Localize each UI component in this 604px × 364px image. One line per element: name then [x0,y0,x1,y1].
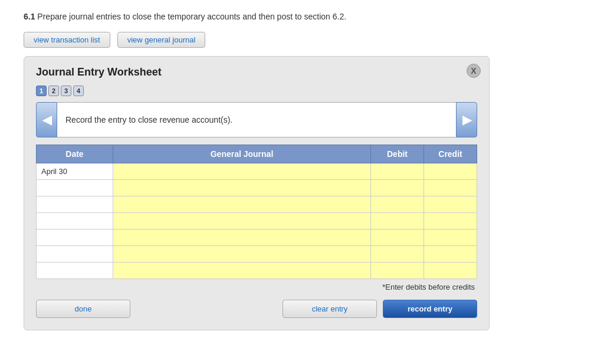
close-button[interactable]: X [467,64,481,78]
debit-cell-4[interactable] [371,213,424,229]
footnote: *Enter debits before credits [36,283,477,291]
col-debit: Debit [371,145,424,163]
gj-input-5[interactable] [113,229,370,245]
done-button-container: done [36,300,130,318]
table-row [37,196,477,213]
date-cell-7 [37,263,113,279]
top-buttons-row: view transaction list view general journ… [24,32,580,48]
debit-input-2[interactable] [371,180,424,196]
view-general-journal-button[interactable]: view general journal [117,32,206,48]
date-cell-3 [37,196,113,213]
debit-cell-3[interactable] [371,196,424,213]
debit-cell-5[interactable] [371,229,424,246]
table-row [37,180,477,196]
credit-cell-2[interactable] [424,180,477,196]
gj-input-4[interactable] [113,213,370,229]
credit-cell-7[interactable] [424,263,477,279]
date-cell-5 [37,229,113,246]
worksheet-title: Journal Entry Worksheet [36,66,477,78]
credit-input-1[interactable] [424,163,477,179]
table-row [37,263,477,279]
credit-cell-6[interactable] [424,246,477,263]
debit-input-4[interactable] [371,213,424,229]
step-2[interactable]: 2 [48,86,59,96]
credit-input-5[interactable] [424,229,477,245]
credit-input-7[interactable] [424,263,477,278]
credit-cell-4[interactable] [424,213,477,229]
gj-cell-6[interactable] [113,246,371,263]
section-description: Prepare journal entries to close the tem… [37,12,346,21]
gj-input-7[interactable] [113,263,370,278]
debit-cell-2[interactable] [371,180,424,196]
journal-entry-worksheet: Journal Entry Worksheet X 1 2 3 4 ◀ Reco… [24,56,490,330]
bottom-buttons: done clear entry record entry [36,300,477,318]
step-4[interactable]: 4 [73,86,84,96]
debit-input-1[interactable] [371,163,424,179]
debit-input-5[interactable] [371,229,424,245]
debit-input-7[interactable] [371,263,424,278]
credit-cell-3[interactable] [424,196,477,213]
gj-cell-3[interactable] [113,196,371,213]
credit-input-6[interactable] [424,246,477,262]
table-row: April 30 [37,163,477,180]
credit-cell-5[interactable] [424,229,477,246]
gj-input-6[interactable] [113,246,370,262]
prev-button[interactable]: ◀ [36,102,57,137]
gj-cell-2[interactable] [113,180,371,196]
gj-input-1[interactable] [113,163,370,179]
credit-input-2[interactable] [424,180,477,196]
debit-input-6[interactable] [371,246,424,262]
navigation-row: ◀ Record the entry to close revenue acco… [36,102,477,137]
col-date: Date [37,145,113,163]
done-button[interactable]: done [36,300,130,318]
step-indicators: 1 2 3 4 [36,86,477,96]
debit-cell-1[interactable] [371,163,424,180]
step-1[interactable]: 1 [36,86,47,96]
date-cell-1: April 30 [37,163,113,180]
gj-cell-1[interactable] [113,163,371,180]
table-row [37,213,477,229]
credit-input-3[interactable] [424,196,477,212]
debit-input-3[interactable] [371,196,424,212]
clear-entry-button[interactable]: clear entry [283,300,377,318]
date-cell-2 [37,180,113,196]
view-transaction-list-button[interactable]: view transaction list [24,32,110,48]
date-cell-6 [37,246,113,263]
step-3[interactable]: 3 [61,86,71,96]
date-cell-4 [37,213,113,229]
credit-input-4[interactable] [424,213,477,229]
gj-cell-5[interactable] [113,229,371,246]
gj-cell-4[interactable] [113,213,371,229]
action-buttons: clear entry record entry [283,300,477,318]
credit-cell-1[interactable] [424,163,477,180]
gj-cell-7[interactable] [113,263,371,279]
section-header: 6.1 Prepare journal entries to close the… [24,12,580,21]
record-entry-button[interactable]: record entry [383,300,477,318]
debit-cell-7[interactable] [371,263,424,279]
section-number: 6.1 [24,12,35,21]
table-row [37,229,477,246]
gj-input-3[interactable] [113,196,370,212]
gj-input-2[interactable] [113,180,370,196]
table-row [37,246,477,263]
col-credit: Credit [424,145,477,163]
next-button[interactable]: ▶ [456,102,477,137]
journal-table: Date General Journal Debit Credit April … [36,145,477,279]
col-general-journal: General Journal [113,145,371,163]
instruction-text: Record the entry to close revenue accoun… [57,102,456,137]
debit-cell-6[interactable] [371,246,424,263]
